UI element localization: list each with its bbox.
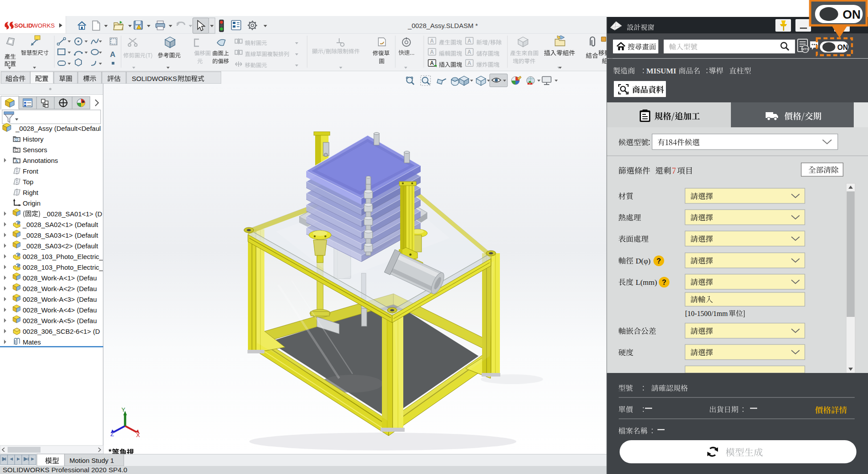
svg-text:Front: Front	[23, 167, 39, 175]
svg-text:X: X	[136, 432, 140, 438]
svg-text:A: A	[467, 60, 471, 66]
svg-text:ON: ON	[837, 44, 848, 51]
svg-text:SOLIDWORKS Professional 2020 S: SOLIDWORKS Professional 2020 SP4.0	[3, 466, 127, 474]
svg-text:Top: Top	[23, 178, 33, 186]
svg-text:0028_103_Photo_Electric_: 0028_103_Photo_Electric_	[23, 263, 103, 271]
svg-text:_0028_Assy.SLDASM *: _0028_Assy.SLDASM *	[407, 22, 478, 29]
svg-text:Origin: Origin	[23, 199, 41, 207]
svg-text:Z: Z	[110, 431, 114, 438]
svg-text:A: A	[430, 60, 434, 66]
svg-text:A: A	[467, 49, 471, 55]
svg-text:0028_Work-A<4> (Defau: 0028_Work-A<4> (Defau	[23, 306, 97, 314]
svg-text:0028_Work-A<5> (Defau: 0028_Work-A<5> (Defau	[23, 317, 97, 324]
svg-text:_0028_SA03<2> (Default: _0028_SA03<2> (Default	[22, 242, 98, 250]
svg-text:_0028_SA02<1> (Default: _0028_SA02<1> (Default	[22, 221, 98, 228]
svg-text:A: A	[15, 159, 18, 163]
svg-text:MTS: MTS	[802, 48, 809, 51]
svg-text:A: A	[467, 38, 471, 44]
svg-text:MISUMI: MISUMI	[646, 67, 676, 75]
svg-text:Annotations: Annotations	[23, 157, 58, 164]
svg-text:?: ?	[662, 279, 666, 286]
svg-text:0028_Work-A<3> (Defau: 0028_Work-A<3> (Defau	[23, 296, 97, 303]
svg-text:0028_Work-A<2> (Defau: 0028_Work-A<2> (Defau	[23, 285, 97, 292]
svg-text:ON: ON	[843, 8, 861, 21]
svg-text:WORKS: WORKS	[32, 22, 55, 29]
svg-text:Motion Study 1: Motion Study 1	[69, 457, 114, 464]
svg-text:0028_103_Photo_Electric_: 0028_103_Photo_Electric_	[23, 253, 103, 260]
svg-text:A: A	[110, 50, 115, 59]
svg-text:History: History	[23, 135, 44, 143]
svg-text:0028_306_SCB2-6<1> (D: 0028_306_SCB2-6<1> (D	[23, 328, 100, 335]
svg-text:_0028_SA01<1> (D: _0028_SA01<1> (D	[43, 210, 102, 218]
svg-text:D(φ): D(φ)	[636, 257, 650, 265]
svg-text:SOLIDWORKS: SOLIDWORKS	[132, 75, 177, 82]
svg-text:_0028_Assy (Default<Defaul: _0028_Assy (Default<Defaul	[15, 125, 101, 132]
svg-text:SOLID: SOLID	[14, 22, 33, 29]
svg-text:_0028_SA03<1> (Default: _0028_SA03<1> (Default	[22, 231, 98, 239]
svg-text:[10-1500/1mm: [10-1500/1mm	[685, 310, 728, 317]
svg-text:0028_Work-A<1> (Defau: 0028_Work-A<1> (Defau	[23, 274, 97, 282]
svg-text:L(mm): L(mm)	[636, 278, 657, 287]
svg-text:Right: Right	[23, 189, 39, 196]
svg-text:A: A	[430, 49, 434, 55]
svg-text:?: ?	[657, 257, 661, 265]
svg-text:A: A	[430, 38, 434, 44]
svg-text:Sensors: Sensors	[23, 146, 47, 154]
svg-text:Mates: Mates	[23, 338, 41, 346]
svg-text:Y: Y	[122, 406, 126, 413]
